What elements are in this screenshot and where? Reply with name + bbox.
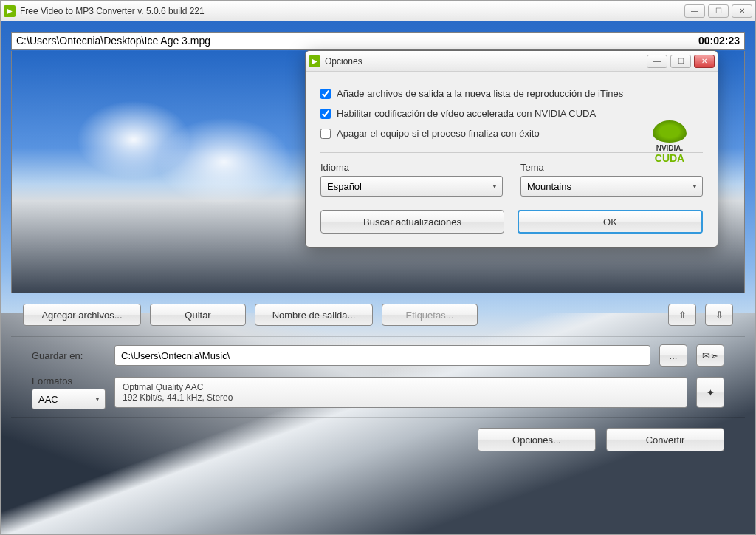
shutdown-checkbox-label: Apagar el equipo si el proceso finaliza … — [337, 128, 540, 139]
check-updates-button[interactable]: Buscar actualizaciones — [320, 210, 504, 234]
theme-value: Mountains — [527, 181, 571, 192]
quality-line2: 192 Kbit/s, 44.1 kHz, Stereo — [123, 392, 679, 403]
dialog-selects-row: Idioma Español Tema Mountains — [320, 162, 703, 197]
app-icon: ▶ — [4, 5, 16, 17]
tags-button[interactable]: Etiquetas... — [382, 304, 478, 326]
cuda-checkbox-row[interactable]: Habilitar codificación de vídeo accelera… — [320, 103, 703, 123]
open-folder-button[interactable]: ✉➣ — [696, 344, 724, 367]
options-dialog: ▶ Opciones — ☐ ✕ Añade archivos de salid… — [305, 50, 718, 248]
cuda-checkbox[interactable] — [320, 109, 331, 119]
theme-col: Tema Mountains — [520, 162, 703, 197]
ok-button[interactable]: OK — [518, 210, 703, 234]
convert-button[interactable]: Convertir — [606, 428, 724, 451]
theme-select[interactable]: Mountains — [520, 176, 703, 197]
dialog-titlebar[interactable]: ▶ Opciones — ☐ ✕ — [306, 51, 718, 72]
quality-wizard-button[interactable]: ✦ — [696, 377, 724, 408]
file-duration: 00:02:23 — [698, 35, 740, 47]
language-value: Español — [327, 181, 362, 192]
save-path-input[interactable] — [114, 345, 650, 366]
move-down-button[interactable]: ⇩ — [705, 304, 733, 326]
file-toolbar: Agregar archivos... Quitar Nombre de sal… — [11, 293, 745, 333]
cuda-checkbox-label: Habilitar codificación de vídeo accelera… — [337, 108, 596, 119]
shutdown-checkbox-row[interactable]: Apagar el equipo si el proceso finaliza … — [320, 123, 703, 143]
main-titlebar[interactable]: ▶ Free Video to MP3 Converter v. 5.0.6 b… — [1, 1, 755, 21]
format-select[interactable]: AAC — [32, 389, 106, 409]
bottom-actions: Opciones... Convertir — [11, 420, 745, 459]
nvidia-cuda-logo: NVIDIA. CUDA — [653, 120, 687, 164]
preview-info-bar: C:\Users\Ontecnia\Desktop\Ice Age 3.mpg … — [11, 32, 745, 50]
divider-2 — [11, 417, 745, 418]
language-label: Idioma — [320, 162, 503, 173]
remove-button[interactable]: Quitar — [150, 304, 246, 326]
nvidia-eye-icon — [653, 120, 687, 143]
quality-line1: Optimal Quality AAC — [123, 382, 679, 392]
formats-row: Formatos AAC Optimal Quality AAC 192 Kbi… — [11, 371, 745, 414]
formats-label: Formatos — [32, 375, 106, 386]
dialog-actions: Buscar actualizaciones OK — [320, 210, 703, 234]
add-files-button[interactable]: Agregar archivos... — [23, 304, 141, 326]
file-path: C:\Users\Ontecnia\Desktop\Ice Age 3.mpg — [16, 35, 698, 47]
dialog-window-controls: — ☐ ✕ — [647, 55, 715, 68]
divider — [11, 336, 745, 337]
dialog-icon: ▶ — [309, 55, 320, 67]
nvidia-text: NVIDIA. CUDA — [653, 144, 687, 164]
language-col: Idioma Español — [320, 162, 503, 197]
quality-display[interactable]: Optimal Quality AAC 192 Kbit/s, 44.1 kHz… — [114, 377, 687, 408]
dialog-divider — [320, 152, 703, 153]
wand-icon: ✦ — [707, 387, 715, 398]
itunes-checkbox-label: Añade archivos de salida a la nueva list… — [337, 88, 623, 99]
dialog-title: Opciones — [325, 56, 647, 67]
preview-clouds — [56, 81, 315, 228]
shutdown-checkbox[interactable] — [320, 129, 331, 139]
options-button[interactable]: Opciones... — [478, 428, 596, 451]
move-up-button[interactable]: ⇧ — [668, 304, 696, 326]
save-row: Guardar en: ... ✉➣ — [11, 340, 745, 371]
language-select[interactable]: Español — [320, 176, 503, 197]
save-label: Guardar en: — [32, 350, 106, 361]
itunes-checkbox[interactable] — [320, 89, 331, 99]
window-controls: — ☐ ✕ — [684, 4, 752, 18]
close-button[interactable]: ✕ — [732, 4, 752, 18]
dialog-body: Añade archivos de salida a la nueva list… — [306, 72, 718, 247]
app-title: Free Video to MP3 Converter v. 5.0.6 bui… — [20, 6, 684, 16]
browse-button[interactable]: ... — [659, 344, 687, 367]
dialog-minimize-button[interactable]: — — [647, 55, 667, 68]
dialog-close-button[interactable]: ✕ — [694, 55, 715, 68]
open-folder-icon: ✉➣ — [702, 350, 718, 361]
format-value: AAC — [38, 394, 58, 405]
minimize-button[interactable]: — — [684, 4, 705, 18]
maximize-button[interactable]: ☐ — [708, 4, 729, 18]
output-name-button[interactable]: Nombre de salida... — [255, 304, 373, 326]
itunes-checkbox-row[interactable]: Añade archivos de salida a la nueva list… — [320, 84, 703, 103]
dialog-maximize-button[interactable]: ☐ — [670, 55, 691, 68]
